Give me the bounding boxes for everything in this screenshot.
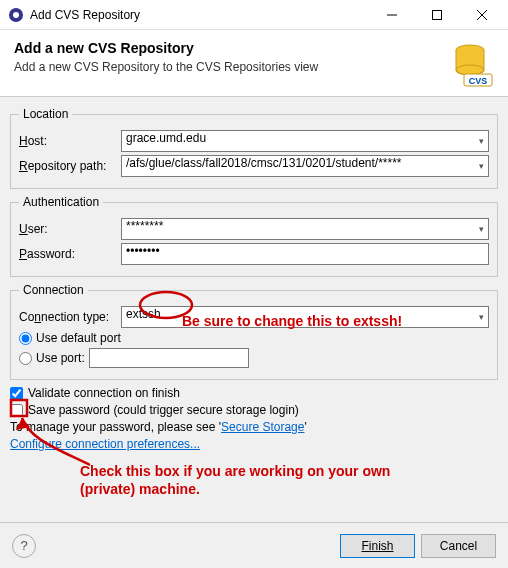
configure-preferences-link[interactable]: Configure connection preferences... <box>10 437 200 451</box>
annotation-save-2: (private) machine. <box>80 481 200 497</box>
repo-path-combo[interactable]: /afs/glue/class/fall2018/cmsc/131/0201/s… <box>121 155 489 177</box>
host-label: Host: <box>19 134 121 148</box>
page-title: Add a new CVS Repository <box>14 40 446 56</box>
finish-button[interactable]: Finish <box>340 534 415 558</box>
save-password-checkbox[interactable] <box>10 404 23 417</box>
use-port-radio[interactable] <box>19 352 32 365</box>
connection-type-combo[interactable]: extssh ▾ <box>121 306 489 328</box>
chevron-down-icon: ▾ <box>479 161 484 171</box>
user-combo[interactable]: ******** ▾ <box>121 218 489 240</box>
password-label: Password: <box>19 247 121 261</box>
minimize-button[interactable] <box>369 1 414 29</box>
authentication-group: Authentication User: ******** ▾ Password… <box>10 195 498 277</box>
validate-checkbox[interactable] <box>10 387 23 400</box>
use-port-label: Use port: <box>36 351 85 365</box>
svg-text:CVS: CVS <box>469 76 488 86</box>
authentication-legend: Authentication <box>19 195 103 209</box>
host-combo[interactable]: grace.umd.edu ▾ <box>121 130 489 152</box>
window-title: Add CVS Repository <box>30 8 369 22</box>
repo-path-value: /afs/glue/class/fall2018/cmsc/131/0201/s… <box>126 156 402 170</box>
maximize-button[interactable] <box>414 1 459 29</box>
help-button[interactable]: ? <box>12 534 36 558</box>
location-group: Location Host: grace.umd.edu ▾ Repositor… <box>10 107 498 189</box>
connection-type-label: Connection type: <box>19 310 121 324</box>
button-bar: ? Finish Cancel <box>0 522 508 568</box>
save-password-label: Save password (could trigger secure stor… <box>28 403 299 417</box>
chevron-down-icon: ▾ <box>479 136 484 146</box>
user-value: ******** <box>126 219 163 233</box>
user-label: User: <box>19 222 121 236</box>
password-input[interactable]: •••••••• <box>121 243 489 265</box>
secure-storage-link[interactable]: Secure Storage <box>221 420 304 434</box>
title-bar: Add CVS Repository <box>0 0 508 30</box>
password-value: •••••••• <box>126 244 160 258</box>
page-subtitle: Add a new CVS Repository to the CVS Repo… <box>14 60 446 74</box>
connection-legend: Connection <box>19 283 88 297</box>
svg-rect-3 <box>432 10 441 19</box>
default-port-radio[interactable] <box>19 332 32 345</box>
annotation-save-1: Check this box if you are working on you… <box>80 463 390 479</box>
svg-point-1 <box>13 12 19 18</box>
manage-password-text: To manage your password, please see 'Sec… <box>10 420 307 434</box>
host-value: grace.umd.edu <box>126 131 206 145</box>
connection-group: Connection Connection type: extssh ▾ Use… <box>10 283 498 380</box>
validate-label: Validate connection on finish <box>28 386 180 400</box>
port-input[interactable] <box>89 348 249 368</box>
app-icon <box>8 7 24 23</box>
cancel-button[interactable]: Cancel <box>421 534 496 558</box>
location-legend: Location <box>19 107 72 121</box>
chevron-down-icon: ▾ <box>479 312 484 322</box>
chevron-down-icon: ▾ <box>479 224 484 234</box>
default-port-label: Use default port <box>36 331 121 345</box>
close-button[interactable] <box>459 1 504 29</box>
cvs-icon: CVS <box>446 40 494 88</box>
wizard-header: Add a new CVS Repository Add a new CVS R… <box>0 30 508 97</box>
repo-path-label: Repository path: <box>19 159 121 173</box>
connection-type-value: extssh <box>126 307 161 321</box>
